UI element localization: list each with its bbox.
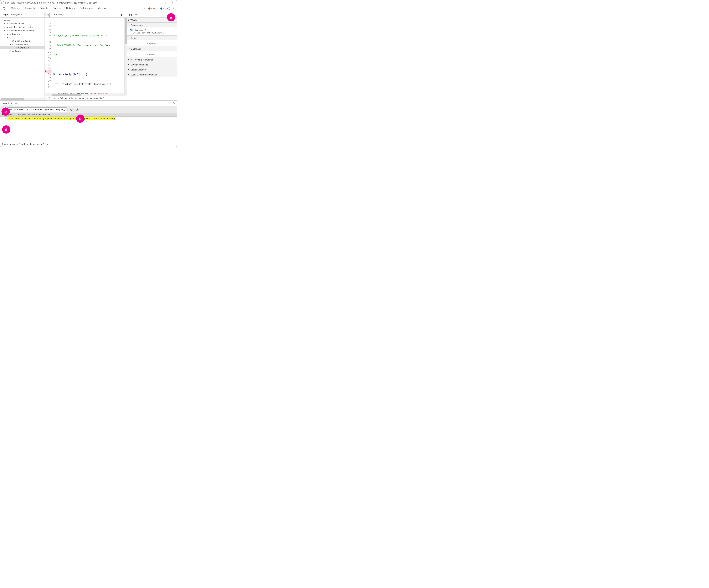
navigator-kebab-icon[interactable]: ⋯ bbox=[28, 13, 32, 16]
error-icon bbox=[149, 7, 151, 9]
tree-localhost[interactable]: ▶☁localhost:3000 bbox=[0, 22, 45, 25]
tab-performance[interactable]: Performance bbox=[77, 6, 95, 11]
error-count: 1 bbox=[151, 7, 152, 10]
editor-tab-taskpane[interactable]: taskpane.js ✕ bbox=[51, 12, 69, 17]
step-button[interactable]: →• bbox=[152, 13, 156, 16]
tree-appsforoffice[interactable]: ▶☁appsforoffice.microsoft.c bbox=[0, 25, 45, 29]
inspect-element-button[interactable] bbox=[2, 6, 6, 11]
tree-sharepoint[interactable]: ▶☁static2.sharepointonline.c bbox=[0, 29, 45, 32]
callout-c: c bbox=[76, 114, 84, 123]
clear-search-icon[interactable] bbox=[75, 108, 79, 112]
section-breakpoints[interactable]: ▼Breakpoints bbox=[127, 23, 177, 27]
editor-vertical-scrollbar[interactable] bbox=[125, 18, 127, 93]
debugger-sidebar: ❚❚ ↷ ↓ ↑ →• ▶Watch ▼Breakpoints taskpane… bbox=[127, 12, 177, 100]
svg-line-9 bbox=[168, 9, 168, 9]
tab-console[interactable]: Console bbox=[37, 6, 50, 11]
result-line-text: Office.context.ui.displayDialogAsync("ht… bbox=[7, 117, 116, 120]
window-maximize-button[interactable]: ▢ bbox=[163, 1, 169, 5]
svg-line-11 bbox=[77, 109, 78, 110]
tab-welcome[interactable]: Welcome bbox=[8, 6, 22, 11]
source-editor: ◀ taskpane.js ✕ ▶ 1234567891011121314151… bbox=[45, 12, 127, 100]
editor-horizontal-scrollbar[interactable] bbox=[45, 93, 127, 96]
svg-line-8 bbox=[169, 7, 170, 8]
breakpoint-checkbox[interactable] bbox=[130, 29, 132, 31]
section-global[interactable]: ▶Global Listeners bbox=[127, 67, 177, 72]
tree-dot[interactable]: ▼🗀. bbox=[0, 36, 45, 39]
tab-elements[interactable]: Elements bbox=[23, 6, 37, 11]
folder-icon: 🗀 bbox=[9, 50, 12, 52]
show-navigator-button[interactable]: ◀ bbox=[46, 12, 50, 17]
step-out-button[interactable]: ↑ bbox=[146, 13, 150, 16]
svg-line-6 bbox=[168, 7, 168, 8]
tab-memory[interactable]: Memory bbox=[96, 6, 108, 11]
tree-node-modules[interactable]: ▶🗀node_modules bbox=[0, 39, 45, 43]
settings-gear-icon[interactable] bbox=[167, 6, 171, 10]
navigator-tab-page[interactable]: Page bbox=[1, 12, 9, 17]
close-search-tab-icon[interactable]: ✕ bbox=[10, 102, 12, 105]
file-tree[interactable]: ▼▭top ▶☁localhost:3000 ▶☁appsforoffice.m… bbox=[0, 18, 45, 98]
drawer-tabs: Search ✕ ＋ ✕ bbox=[0, 101, 177, 107]
tree-src-taskpane[interactable]: ▼🗀src/taskpane bbox=[0, 43, 45, 46]
warning-icon bbox=[153, 8, 155, 9]
navigator-tab-filesystem[interactable]: Filesystem bbox=[9, 12, 24, 17]
refresh-search-icon[interactable] bbox=[70, 108, 73, 112]
tree-top[interactable]: ▼▭top bbox=[0, 18, 45, 22]
section-dom[interactable]: ▶DOM Breakpoints bbox=[127, 62, 177, 67]
close-drawer-icon[interactable]: ✕ bbox=[173, 102, 176, 105]
section-callstack[interactable]: ▼Call Stack bbox=[127, 47, 177, 51]
callstack-not-paused: Not paused bbox=[127, 51, 177, 57]
section-xhr[interactable]: ▶XHR/fetch Breakpoints bbox=[127, 57, 177, 62]
source-map-info: (source mapped from taskpane.js) C bbox=[71, 97, 104, 100]
editor-tab-label: taskpane.js bbox=[53, 13, 64, 16]
line-gutter[interactable]: 12345678910111213141516171819202122 bbox=[45, 18, 52, 93]
window-close-button[interactable]: ✕ bbox=[169, 1, 176, 5]
search-input[interactable] bbox=[7, 108, 68, 112]
close-tab-icon[interactable]: ✕ bbox=[65, 13, 67, 16]
cloud-icon: ☁ bbox=[6, 33, 9, 35]
cloud-icon: ☁ bbox=[6, 22, 9, 25]
show-debugger-button[interactable]: ▶ bbox=[120, 12, 124, 17]
window-titlebar: ⟑ DevTools - localhost:3000/taskpane.htm… bbox=[0, 0, 177, 5]
error-warning-counter[interactable]: 1 1 bbox=[147, 7, 158, 10]
cloud-icon: ☁ bbox=[6, 26, 9, 28]
add-drawer-tab-icon[interactable]: ＋ bbox=[14, 101, 18, 106]
drawer-tab-search[interactable]: Search ✕ bbox=[2, 101, 13, 106]
callout-a: a bbox=[167, 13, 175, 22]
section-scope[interactable]: ▼Scope bbox=[127, 35, 177, 40]
search-result-line[interactable]: 17 Office.context.ui.displayDialogAsync(… bbox=[0, 117, 177, 120]
cursor-position: Line 19, Column 26 bbox=[52, 97, 70, 100]
search-result-file[interactable]: ▼taskpane.js — webpack:///./src/taskpane… bbox=[0, 113, 177, 117]
pause-button[interactable]: ❚❚ bbox=[128, 13, 132, 16]
window-title: DevTools - localhost:3000/taskpane.html?… bbox=[5, 1, 156, 4]
code-view[interactable]: /* * Copyright (c) Microsoft Corporation… bbox=[52, 18, 127, 93]
tab-network[interactable]: Network bbox=[64, 6, 77, 11]
drawer-tab-label: Search bbox=[2, 102, 9, 105]
sources-navigator: Page Filesystem » ⋯ ▼▭top ▶☁localhost:30… bbox=[0, 12, 45, 100]
search-status: Search finished. Found 1 matching line i… bbox=[0, 142, 177, 146]
callout-b: b bbox=[1, 108, 10, 116]
more-tabs-button[interactable]: » bbox=[142, 6, 147, 10]
editor-tabbar: ◀ taskpane.js ✕ ▶ bbox=[45, 12, 127, 18]
message-count: 1 bbox=[163, 7, 164, 10]
message-icon bbox=[160, 7, 162, 9]
editor-statusbar: { } Line 19, Column 26 (source mapped fr… bbox=[45, 96, 127, 100]
tree-webpack[interactable]: ▼☁webpack:// bbox=[0, 32, 45, 36]
breakpoint-item[interactable]: taskpane.js:17 Office.context.ui.displa… bbox=[129, 28, 175, 34]
message-counter[interactable]: 1 bbox=[159, 7, 165, 10]
tab-sources[interactable]: Sources bbox=[51, 6, 63, 11]
step-into-button[interactable]: ↓ bbox=[140, 13, 144, 16]
svg-line-7 bbox=[169, 9, 170, 9]
pretty-print-icon[interactable]: { } bbox=[46, 97, 50, 100]
window-minimize-button[interactable]: — bbox=[156, 1, 163, 5]
cloud-icon: ☁ bbox=[6, 29, 9, 32]
tree-taskpane-js[interactable]: 🗎taskpane.js bbox=[0, 46, 45, 49]
navigator-more-tabs-icon[interactable]: » bbox=[24, 13, 28, 16]
folder-icon: 🗀 bbox=[9, 36, 12, 39]
step-over-button[interactable]: ↷ bbox=[134, 13, 138, 16]
navigator-tabs: Page Filesystem » ⋯ bbox=[0, 12, 45, 18]
tree-webpack-folder[interactable]: ▶🗀webpack bbox=[0, 49, 45, 53]
kebab-more-icon[interactable]: ⋯ bbox=[171, 6, 176, 10]
navigator-horizontal-scrollbar[interactable] bbox=[0, 98, 45, 100]
section-event[interactable]: ▶Event Listener Breakpoints bbox=[127, 72, 177, 77]
folder-icon: 🗀 bbox=[12, 43, 15, 46]
